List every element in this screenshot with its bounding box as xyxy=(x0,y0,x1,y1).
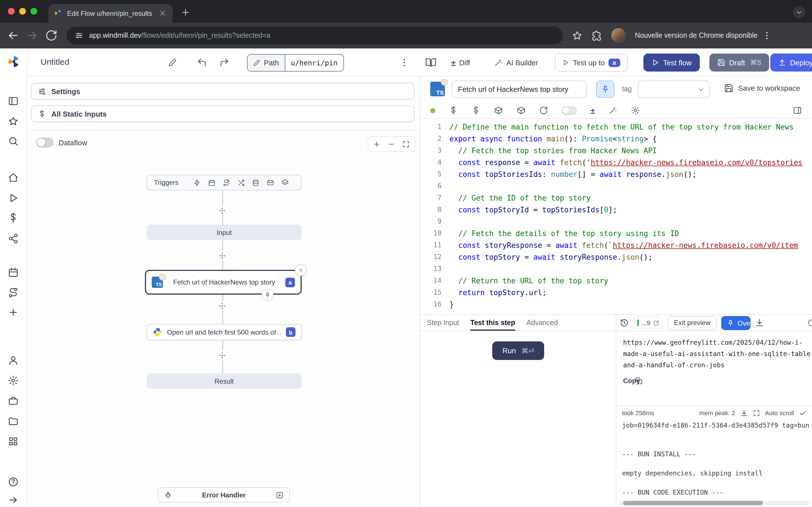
code-line[interactable]: // Fetch the details of the top story us… xyxy=(449,228,812,239)
minimize-window-button[interactable] xyxy=(19,8,26,15)
zoom-out-icon[interactable] xyxy=(385,138,398,150)
nav-folders-icon[interactable] xyxy=(8,416,18,427)
code-line[interactable]: // Define the main function to fetch the… xyxy=(449,121,812,133)
step-b-node[interactable]: Open url and fetch first 500 words of ..… xyxy=(147,324,302,340)
nav-search-icon[interactable] xyxy=(8,136,18,147)
editor-settings-icon[interactable] xyxy=(631,106,640,115)
log-horizontal-scrollbar[interactable] xyxy=(619,501,809,505)
code-line[interactable]: const topStory = await storyResponse.jso… xyxy=(449,251,812,263)
save-to-workspace-button[interactable]: Save to workspace xyxy=(724,83,800,93)
download-result-icon[interactable] xyxy=(755,318,764,327)
code-line[interactable]: const topStoryId = topStoriesIds[0]; xyxy=(449,204,812,216)
diff-button[interactable]: ± Diff xyxy=(451,54,470,71)
dataflow-toggle[interactable] xyxy=(36,137,54,148)
add-error-handler-icon[interactable] xyxy=(276,491,284,499)
nav-add-icon[interactable] xyxy=(8,307,18,318)
layers-trigger-icon[interactable] xyxy=(281,179,289,186)
remove-step-icon[interactable] xyxy=(295,264,307,276)
docs-book-icon[interactable] xyxy=(425,57,437,68)
flow-title[interactable]: Untitled xyxy=(41,57,69,66)
insert-step-button[interactable] xyxy=(217,206,227,216)
more-options-icon[interactable] xyxy=(399,57,409,68)
ai-builder-button[interactable]: AI Builder xyxy=(494,54,538,71)
profile-avatar[interactable] xyxy=(611,28,626,43)
mail-trigger-icon[interactable] xyxy=(266,179,274,186)
tab-test-this-step[interactable]: Test this step xyxy=(470,315,515,331)
insert-step-button[interactable] xyxy=(217,301,227,311)
database-trigger-icon[interactable] xyxy=(252,179,259,186)
variable-picker-icon[interactable] xyxy=(449,106,458,115)
extensions-icon[interactable] xyxy=(592,30,602,41)
nav-home-icon[interactable] xyxy=(8,172,18,183)
tag-select[interactable] xyxy=(638,80,710,98)
step-name-input[interactable] xyxy=(452,80,587,98)
nav-collapse-icon[interactable] xyxy=(8,495,18,505)
nav-schedules-icon[interactable] xyxy=(8,267,18,278)
site-info-icon[interactable] xyxy=(74,31,84,40)
code-line[interactable]: const topStoriesIds: number[] = await re… xyxy=(449,168,812,180)
draft-button[interactable]: Draft ⌘S xyxy=(709,54,769,71)
package-icon[interactable] xyxy=(494,106,503,115)
code-line[interactable]: // Fetch the top stories from Hacker New… xyxy=(449,145,812,157)
history-icon[interactable] xyxy=(620,318,629,327)
code-editor[interactable]: 12345678910111213141516 // Define the ma… xyxy=(420,119,812,314)
code-line[interactable]: const storyResponse = await fetch(`https… xyxy=(449,239,812,251)
browser-menu-icon[interactable] xyxy=(762,31,772,41)
path-control[interactable]: Path u/henri/pin xyxy=(247,54,344,71)
bookmark-star-icon[interactable] xyxy=(572,30,582,41)
nav-apps-grid-icon[interactable] xyxy=(8,436,18,447)
flow-settings-row[interactable]: Settings xyxy=(31,83,414,100)
code-line[interactable] xyxy=(449,216,812,228)
reload-button[interactable] xyxy=(45,29,57,42)
nav-runs-icon[interactable] xyxy=(8,193,18,203)
address-bar[interactable]: app.windmill.dev/flows/edit/u/henri/pin_… xyxy=(66,26,563,45)
scrollbar-thumb[interactable] xyxy=(623,501,763,505)
nav-users-icon[interactable] xyxy=(8,355,18,365)
copy-button[interactable]: Copy xyxy=(623,377,805,385)
resource-picker-icon[interactable] xyxy=(471,106,480,115)
triggers-node[interactable]: Triggers xyxy=(147,175,302,190)
calendar-trigger-icon[interactable] xyxy=(208,179,215,186)
nav-resources-icon[interactable] xyxy=(8,233,18,244)
job-id-chip[interactable]: ...9 xyxy=(633,317,663,329)
test-flow-button[interactable]: Test flow xyxy=(644,54,700,71)
tab-list-chevron-icon[interactable] xyxy=(793,6,805,18)
code-line[interactable]: // Get the ID of the top story xyxy=(449,192,812,204)
flow-canvas[interactable]: Dataflow Triggers Input xyxy=(27,129,419,507)
code-line[interactable]: // Return the URL of the top story xyxy=(449,275,812,287)
code-line[interactable] xyxy=(449,180,812,192)
route-trigger-icon[interactable] xyxy=(222,179,230,186)
nav-help-icon[interactable] xyxy=(8,476,18,487)
forward-button[interactable] xyxy=(26,29,38,42)
run-button[interactable]: Run ⌘⏎ xyxy=(492,341,544,360)
code-line[interactable]: } xyxy=(449,298,812,311)
library-panel-icon[interactable] xyxy=(793,106,802,115)
test-up-to-button[interactable]: Test up to a xyxy=(555,54,627,71)
error-handler-node[interactable]: Error Handler xyxy=(158,487,290,503)
expand-logs-icon[interactable] xyxy=(753,409,760,416)
close-window-button[interactable] xyxy=(8,8,15,15)
download-logs-icon[interactable] xyxy=(740,409,748,416)
override-pin-button[interactable]: Override pin xyxy=(721,316,751,330)
nav-workers-icon[interactable] xyxy=(8,395,18,406)
chrome-update-notice[interactable]: Nouvelle version de Chrome disponible xyxy=(635,32,758,40)
nav-apps-panel-icon[interactable] xyxy=(8,96,18,107)
fullscreen-window-button[interactable] xyxy=(31,8,37,15)
static-inputs-row[interactable]: All Static Inputs xyxy=(31,105,414,122)
windmill-logo[interactable] xyxy=(7,55,20,68)
auto-scroll-check-icon[interactable] xyxy=(799,409,806,416)
tab-advanced[interactable]: Advanced xyxy=(526,315,558,331)
browser-tab[interactable]: Edit Flow u/henri/pin_results xyxy=(49,4,172,22)
redo-icon[interactable] xyxy=(219,57,230,68)
pinned-step-icon[interactable] xyxy=(262,290,273,300)
editor-toggle[interactable] xyxy=(562,106,577,115)
fit-view-icon[interactable] xyxy=(400,138,412,150)
shuffle-trigger-icon[interactable] xyxy=(237,179,245,186)
reload-deps-icon[interactable] xyxy=(539,106,548,115)
insert-step-button[interactable] xyxy=(217,251,227,261)
result-node[interactable]: Result xyxy=(147,374,302,389)
code-line[interactable] xyxy=(449,263,812,275)
tab-close-icon[interactable] xyxy=(158,9,167,17)
tab-step-input[interactable]: Step Input xyxy=(427,315,459,331)
bolt-trigger-icon[interactable] xyxy=(193,179,200,186)
